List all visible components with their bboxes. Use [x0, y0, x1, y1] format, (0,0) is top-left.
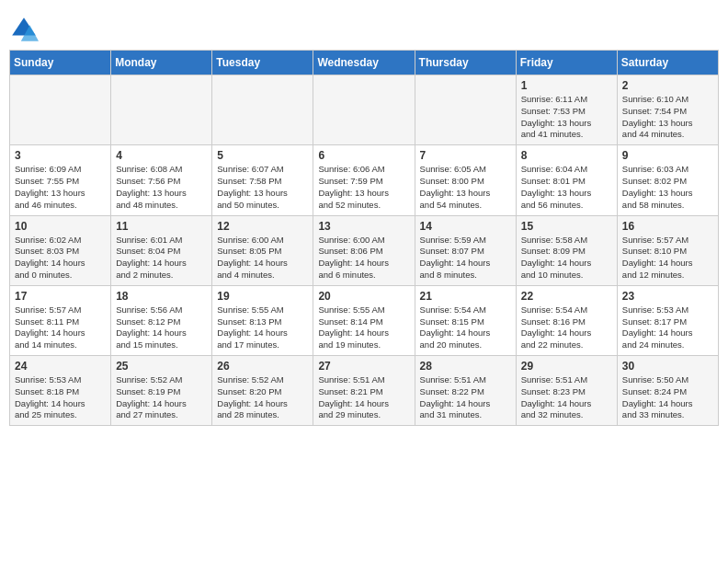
day-number: 6	[318, 149, 409, 162]
calendar-cell: 28Sunrise: 5:51 AM Sunset: 8:22 PM Dayli…	[415, 356, 516, 426]
calendar-cell: 14Sunrise: 5:59 AM Sunset: 8:07 PM Dayli…	[415, 215, 516, 285]
weekday-header-saturday: Saturday	[617, 51, 718, 75]
day-info: Sunrise: 5:59 AM Sunset: 8:07 PM Dayligh…	[420, 235, 511, 282]
calendar-cell: 20Sunrise: 5:55 AM Sunset: 8:14 PM Dayli…	[313, 285, 415, 355]
day-number: 18	[116, 290, 207, 303]
day-info: Sunrise: 5:58 AM Sunset: 8:09 PM Dayligh…	[521, 235, 612, 282]
calendar-cell: 9Sunrise: 6:03 AM Sunset: 8:02 PM Daylig…	[617, 145, 718, 215]
day-info: Sunrise: 5:57 AM Sunset: 8:10 PM Dayligh…	[622, 235, 713, 282]
calendar-cell: 16Sunrise: 5:57 AM Sunset: 8:10 PM Dayli…	[617, 215, 718, 285]
calendar-cell: 24Sunrise: 5:53 AM Sunset: 8:18 PM Dayli…	[10, 356, 111, 426]
day-info: Sunrise: 5:55 AM Sunset: 8:14 PM Dayligh…	[318, 304, 409, 351]
calendar-cell: 21Sunrise: 5:54 AM Sunset: 8:15 PM Dayli…	[415, 285, 516, 355]
day-info: Sunrise: 5:53 AM Sunset: 8:18 PM Dayligh…	[15, 374, 106, 421]
day-info: Sunrise: 6:10 AM Sunset: 7:54 PM Dayligh…	[622, 94, 713, 141]
day-number: 17	[15, 290, 106, 303]
calendar-cell	[313, 75, 415, 145]
day-number: 16	[622, 220, 713, 233]
day-info: Sunrise: 6:07 AM Sunset: 7:58 PM Dayligh…	[217, 164, 308, 211]
calendar-cell: 29Sunrise: 5:51 AM Sunset: 8:23 PM Dayli…	[516, 356, 617, 426]
calendar-week-row: 17Sunrise: 5:57 AM Sunset: 8:11 PM Dayli…	[10, 285, 719, 355]
day-info: Sunrise: 5:51 AM Sunset: 8:21 PM Dayligh…	[318, 374, 409, 421]
day-info: Sunrise: 5:52 AM Sunset: 8:19 PM Dayligh…	[116, 374, 207, 421]
calendar-cell: 22Sunrise: 5:54 AM Sunset: 8:16 PM Dayli…	[516, 285, 617, 355]
day-info: Sunrise: 6:03 AM Sunset: 8:02 PM Dayligh…	[622, 164, 713, 211]
calendar-header-row: SundayMondayTuesdayWednesdayThursdayFrid…	[10, 51, 719, 75]
day-info: Sunrise: 6:02 AM Sunset: 8:03 PM Dayligh…	[15, 235, 106, 282]
day-number: 21	[420, 290, 511, 303]
calendar-cell: 17Sunrise: 5:57 AM Sunset: 8:11 PM Dayli…	[10, 285, 111, 355]
day-number: 15	[521, 220, 612, 233]
day-number: 3	[15, 149, 106, 162]
day-info: Sunrise: 6:11 AM Sunset: 7:53 PM Dayligh…	[521, 94, 612, 141]
day-info: Sunrise: 6:05 AM Sunset: 8:00 PM Dayligh…	[420, 164, 511, 211]
calendar-cell: 2Sunrise: 6:10 AM Sunset: 7:54 PM Daylig…	[617, 75, 718, 145]
day-number: 28	[420, 360, 511, 373]
calendar-table: SundayMondayTuesdayWednesdayThursdayFrid…	[9, 50, 719, 426]
page-header	[9, 9, 719, 44]
calendar-cell: 26Sunrise: 5:52 AM Sunset: 8:20 PM Dayli…	[212, 356, 313, 426]
calendar-cell: 7Sunrise: 6:05 AM Sunset: 8:00 PM Daylig…	[415, 145, 516, 215]
day-number: 8	[521, 149, 612, 162]
day-number: 23	[622, 290, 713, 303]
day-info: Sunrise: 6:00 AM Sunset: 8:05 PM Dayligh…	[217, 235, 308, 282]
logo-icon	[9, 15, 39, 44]
day-number: 27	[318, 360, 409, 373]
day-number: 20	[318, 290, 409, 303]
day-info: Sunrise: 5:56 AM Sunset: 8:12 PM Dayligh…	[116, 304, 207, 351]
day-info: Sunrise: 5:50 AM Sunset: 8:24 PM Dayligh…	[622, 374, 713, 421]
day-number: 26	[217, 360, 308, 373]
day-info: Sunrise: 5:51 AM Sunset: 8:23 PM Dayligh…	[521, 374, 612, 421]
day-number: 5	[217, 149, 308, 162]
logo	[9, 15, 42, 44]
calendar-cell	[212, 75, 313, 145]
weekday-header-monday: Monday	[111, 51, 212, 75]
day-info: Sunrise: 5:52 AM Sunset: 8:20 PM Dayligh…	[217, 374, 308, 421]
day-number: 29	[521, 360, 612, 373]
calendar-cell	[415, 75, 516, 145]
weekday-header-tuesday: Tuesday	[212, 51, 313, 75]
day-number: 10	[15, 220, 106, 233]
day-info: Sunrise: 5:54 AM Sunset: 8:16 PM Dayligh…	[521, 304, 612, 351]
day-info: Sunrise: 6:08 AM Sunset: 7:56 PM Dayligh…	[116, 164, 207, 211]
weekday-header-wednesday: Wednesday	[313, 51, 415, 75]
calendar-cell: 10Sunrise: 6:02 AM Sunset: 8:03 PM Dayli…	[10, 215, 111, 285]
day-number: 25	[116, 360, 207, 373]
day-number: 4	[116, 149, 207, 162]
calendar-cell: 30Sunrise: 5:50 AM Sunset: 8:24 PM Dayli…	[617, 356, 718, 426]
calendar-cell: 27Sunrise: 5:51 AM Sunset: 8:21 PM Dayli…	[313, 356, 415, 426]
day-number: 12	[217, 220, 308, 233]
weekday-header-sunday: Sunday	[10, 51, 111, 75]
day-info: Sunrise: 5:57 AM Sunset: 8:11 PM Dayligh…	[15, 304, 106, 351]
calendar-cell: 18Sunrise: 5:56 AM Sunset: 8:12 PM Dayli…	[111, 285, 212, 355]
calendar-cell: 5Sunrise: 6:07 AM Sunset: 7:58 PM Daylig…	[212, 145, 313, 215]
calendar-cell: 8Sunrise: 6:04 AM Sunset: 8:01 PM Daylig…	[516, 145, 617, 215]
day-number: 2	[622, 79, 713, 92]
weekday-header-thursday: Thursday	[415, 51, 516, 75]
calendar-cell: 12Sunrise: 6:00 AM Sunset: 8:05 PM Dayli…	[212, 215, 313, 285]
calendar-cell: 19Sunrise: 5:55 AM Sunset: 8:13 PM Dayli…	[212, 285, 313, 355]
day-info: Sunrise: 5:54 AM Sunset: 8:15 PM Dayligh…	[420, 304, 511, 351]
calendar-cell: 3Sunrise: 6:09 AM Sunset: 7:55 PM Daylig…	[10, 145, 111, 215]
day-info: Sunrise: 5:55 AM Sunset: 8:13 PM Dayligh…	[217, 304, 308, 351]
day-number: 22	[521, 290, 612, 303]
weekday-header-friday: Friday	[516, 51, 617, 75]
calendar-cell: 23Sunrise: 5:53 AM Sunset: 8:17 PM Dayli…	[617, 285, 718, 355]
day-number: 1	[521, 79, 612, 92]
day-number: 30	[622, 360, 713, 373]
calendar-cell: 6Sunrise: 6:06 AM Sunset: 7:59 PM Daylig…	[313, 145, 415, 215]
calendar-cell: 13Sunrise: 6:00 AM Sunset: 8:06 PM Dayli…	[313, 215, 415, 285]
calendar-week-row: 10Sunrise: 6:02 AM Sunset: 8:03 PM Dayli…	[10, 215, 719, 285]
calendar-cell	[10, 75, 111, 145]
day-info: Sunrise: 5:53 AM Sunset: 8:17 PM Dayligh…	[622, 304, 713, 351]
day-number: 11	[116, 220, 207, 233]
day-info: Sunrise: 6:01 AM Sunset: 8:04 PM Dayligh…	[116, 235, 207, 282]
day-number: 14	[420, 220, 511, 233]
day-info: Sunrise: 5:51 AM Sunset: 8:22 PM Dayligh…	[420, 374, 511, 421]
day-number: 13	[318, 220, 409, 233]
calendar-week-row: 24Sunrise: 5:53 AM Sunset: 8:18 PM Dayli…	[10, 356, 719, 426]
calendar-cell: 1Sunrise: 6:11 AM Sunset: 7:53 PM Daylig…	[516, 75, 617, 145]
calendar-cell: 11Sunrise: 6:01 AM Sunset: 8:04 PM Dayli…	[111, 215, 212, 285]
calendar-week-row: 1Sunrise: 6:11 AM Sunset: 7:53 PM Daylig…	[10, 75, 719, 145]
day-number: 7	[420, 149, 511, 162]
